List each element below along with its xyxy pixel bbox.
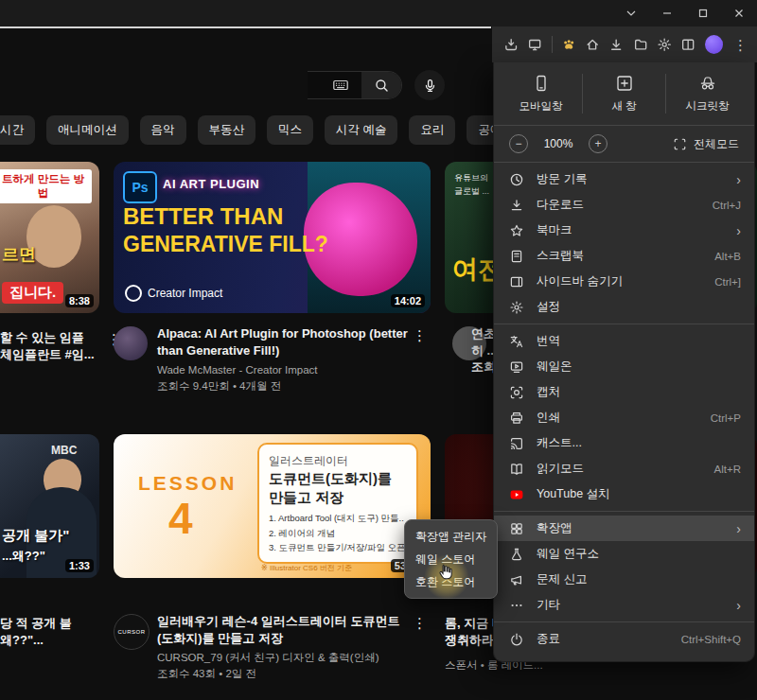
search-button[interactable] [361,72,401,98]
video-title[interactable]: Alpaca: AI Art Plugin for Photoshop (bet… [157,325,409,359]
chip-mix[interactable]: 믹스 [267,115,313,145]
menu-item-shortcut: Ctrl+] [714,276,741,288]
menu-item-label: 스크랩북 [537,248,584,264]
keyboard-icon[interactable] [332,77,349,94]
thumb-overlay-text: 공개 불가" [2,527,69,545]
menu-window-buttons: 모바일창 새 창 시크릿창 [494,68,754,121]
menu-item-report-problem[interactable]: 문제 신고 [494,567,754,592]
menu-item-hide-sidebar[interactable]: 사이드바 숨기기 Ctrl+] [494,269,754,294]
chip-realestate[interactable]: 부동산 [198,115,256,145]
menu-item-label: 캐스트... [537,435,582,451]
video-title[interactable]: 할 수 있는 임플체임플란트 #임... [0,329,104,362]
voice-search-button[interactable] [414,70,445,100]
video-options-kebab-icon[interactable]: ⋮ [413,327,427,344]
mic-icon [422,78,438,94]
channel-name[interactable]: Wade McMaster - Creator Impact [157,362,409,378]
chip-music[interactable]: 음악 [140,115,186,145]
download-tray-icon[interactable] [503,37,519,53]
power-icon [509,632,524,647]
menu-item-label: 인쇄 [537,410,560,426]
menu-item-translate[interactable]: 번역 [494,328,754,354]
menu-item-label: 웨일온 [537,359,572,375]
zoom-in-button[interactable]: + [589,134,607,153]
split-view-icon[interactable] [680,37,695,53]
menu-item-print[interactable]: 인쇄 Ctrl+P [494,405,754,430]
profile-avatar[interactable] [705,35,723,54]
menu-item-history[interactable]: 방문 기록 › [494,166,754,192]
scrapbook-icon [509,249,524,264]
window-chevron-down-icon[interactable] [613,0,649,26]
browser-window: 시간 애니메이션 음악 부동산 믹스 시각 예술 요리 공예 최근 트하게 만드… [0,0,757,700]
cast-icon [509,436,524,451]
chip-time[interactable]: 시간 [0,115,35,145]
chip-cooking[interactable]: 요리 [409,115,455,145]
home-icon[interactable] [585,37,600,53]
video-thumbnail[interactable]: MBCNEWS 공개 불가" ...왜??" 1:33 [0,434,99,578]
menu-item-capture[interactable]: 캡처 [494,379,754,405]
window-titlebar [0,0,757,26]
menu-item-label: 기타 [537,597,560,613]
browser-menu-kebab-icon[interactable]: ⋮ [731,38,749,52]
folder-icon[interactable] [633,37,648,53]
ellipsis-icon [509,598,524,613]
chip-animation[interactable]: 애니메이션 [46,115,129,145]
video-thumbnail[interactable]: LESSON 4 일러스트레이터 도큐먼트(도화지)를 만들고 저장 1. Ar… [114,434,431,578]
video-options-kebab-icon[interactable]: ⋮ [413,615,427,632]
window-minimize-button[interactable] [649,0,685,26]
channel-avatar[interactable] [114,326,148,360]
video-thumbnail[interactable]: 트하게 만드는 방법 르면 집니다. 8:38 [0,162,99,313]
menu-divider [494,511,754,512]
thumb-overlay-text: 유튜브의글로벌 ... [454,171,489,199]
download-icon[interactable] [608,37,624,53]
download-icon [509,198,524,213]
submenu-item-extension-manager[interactable]: 확장앱 관리자 [405,525,497,548]
chip-visual-art[interactable]: 시각 예술 [325,115,397,145]
menu-item-label: 문제 신고 [537,571,587,587]
thumb-overlay-text: 트하게 만드는 방법 [0,169,92,203]
menu-item-bookmarks[interactable]: 북마크 › [494,218,754,243]
video-meta: 당 적 공개 불왜??"... [0,615,106,648]
mobile-window-button[interactable]: 모바일창 [500,74,582,114]
menu-item-settings[interactable]: 설정 [494,294,754,320]
menu-item-quit[interactable]: 종료 Ctrl+Shift+Q [494,626,754,652]
menu-item-label: 확장앱 [537,520,572,536]
video-title[interactable]: 당 적 공개 불왜??"... [0,615,106,648]
submenu-arrow-icon: › [736,522,741,535]
button-label: 모바일창 [519,99,563,114]
menu-item-install-youtube[interactable]: YouTube 설치 [494,481,754,507]
thumb-overlay-text: 4 [168,493,193,544]
menu-item-label: 읽기모드 [537,461,584,477]
incognito-window-button[interactable]: 시크릿창 [665,74,748,114]
capture-icon [509,385,524,400]
channel-avatar[interactable]: CURSOR [114,614,150,650]
fullscreen-mode-button[interactable]: 전체모드 [673,136,739,152]
window-maximize-button[interactable] [685,0,721,26]
device-icon[interactable] [527,37,542,53]
menu-item-reader-mode[interactable]: 읽기모드 Alt+R [494,456,754,481]
new-window-button[interactable]: 새 창 [582,74,665,114]
menu-item-cast[interactable]: 캐스트... [494,430,754,456]
filter-chips-bar: 시간 애니메이션 음악 부동산 믹스 시각 예술 요리 공예 최근 [0,115,571,145]
gear-icon[interactable] [657,37,672,53]
search-input[interactable] [308,71,402,99]
translate-icon [509,334,524,349]
video-stats: 조회수 43회 • 2일 전 [157,666,409,682]
whale-on-icon [509,359,524,375]
menu-item-extensions[interactable]: 확장앱 › [494,516,754,541]
addressbar-bottom-edge [0,26,491,28]
photoshop-badge: Ps [123,171,157,203]
paw-extension-icon[interactable] [561,37,576,53]
menu-item-label: 설정 [537,299,560,315]
zoom-level: 100% [537,137,579,150]
window-close-button[interactable] [721,0,757,26]
menu-item-whale-lab[interactable]: 웨일 연구소 [494,541,754,567]
menu-item-scrapbook[interactable]: 스크랩북 Alt+B [494,243,754,269]
video-thumbnail[interactable]: Ps AI ART PLUGIN BETTER THAN GENERATIVE … [114,162,431,313]
zoom-out-button[interactable]: − [509,134,528,153]
video-title[interactable]: 일러배우기 레슨-4 일러스트레이터 도큐먼트(도화지)를 만들고 저장 [157,613,409,646]
thumb-overlay-text: 르면 [2,243,36,266]
menu-item-whale-on[interactable]: 웨일온 [494,354,754,379]
menu-item-etc[interactable]: 기타 › [494,592,754,618]
menu-item-downloads[interactable]: 다운로드 Ctrl+J [494,192,754,218]
channel-name[interactable]: CURSOR_79 (커서 친구) 디자인 & 출력(인쇄) [157,650,409,666]
